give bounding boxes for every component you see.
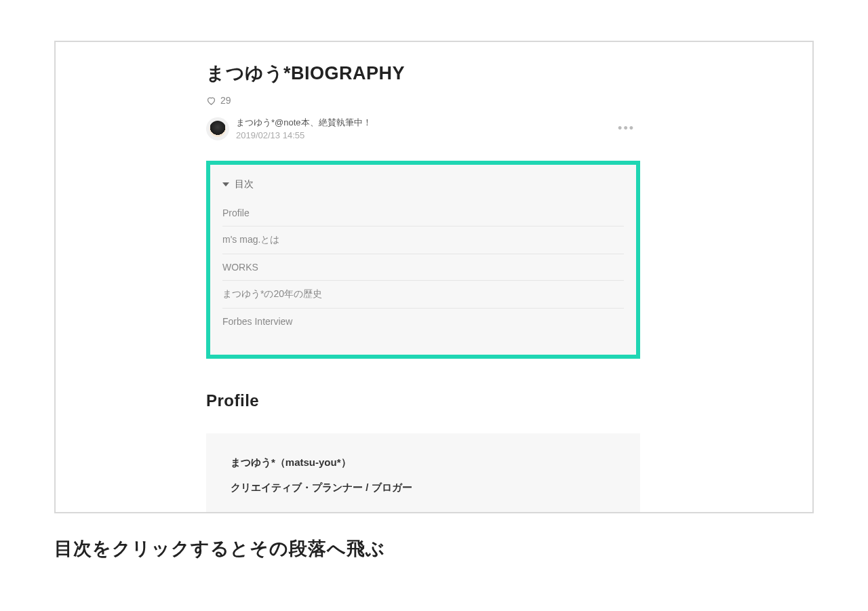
author-meta: まつゆう*@note本、絶賛執筆中！ 2019/02/13 14:55 [236, 117, 372, 140]
like-row[interactable]: 29 [206, 95, 640, 106]
toc-item[interactable]: まつゆう*の20年の歴史 [222, 281, 624, 309]
toc-item[interactable]: Profile [222, 200, 624, 226]
author-date: 2019/02/13 14:55 [236, 130, 372, 140]
more-button[interactable]: ••• [612, 119, 640, 138]
author-row: まつゆう*@note本、絶賛執筆中！ 2019/02/13 14:55 ••• [206, 117, 640, 140]
profile-box: まつゆう*（matsu-you*） クリエイティブ・プランナー / ブロガー [206, 433, 640, 513]
like-count: 29 [220, 95, 231, 106]
toc-item[interactable]: WORKS [222, 254, 624, 281]
caret-down-icon [222, 182, 229, 186]
screenshot-frame: まつゆう*BIOGRAPHY 29 まつゆう*@note本、絶賛執筆中！ 201… [54, 41, 814, 513]
section-heading: Profile [206, 391, 640, 410]
toc-box: 目次 Profile m's mag.とは WORKS まつゆう*の20年の歴史… [206, 161, 640, 359]
page-title: まつゆう*BIOGRAPHY [206, 61, 640, 85]
caption-text: 目次をクリックするとその段落へ飛ぶ [54, 536, 814, 561]
toc-label: 目次 [235, 178, 254, 191]
toc-item[interactable]: Forbes Interview [222, 309, 624, 334]
toc-item[interactable]: m's mag.とは [222, 226, 624, 254]
article-content: まつゆう*BIOGRAPHY 29 まつゆう*@note本、絶賛執筆中！ 201… [206, 61, 640, 513]
profile-role: クリエイティブ・プランナー / ブロガー [231, 481, 616, 494]
author-name[interactable]: まつゆう*@note本、絶賛執筆中！ [236, 117, 372, 129]
profile-name: まつゆう*（matsu-you*） [231, 456, 616, 469]
heart-icon [206, 96, 216, 106]
toc-header[interactable]: 目次 [222, 178, 624, 191]
avatar[interactable] [206, 117, 229, 140]
